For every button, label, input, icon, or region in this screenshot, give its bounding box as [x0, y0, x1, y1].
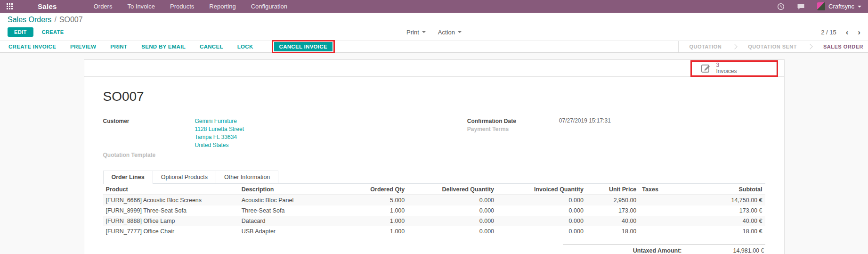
- menu-reporting[interactable]: Reporting: [209, 3, 235, 10]
- menu-orders[interactable]: Orders: [94, 3, 113, 10]
- cell-product: [FURN_6666] Acoustic Bloc Screens: [103, 195, 239, 206]
- menu-configuration[interactable]: Configuration: [251, 3, 287, 10]
- form-sheet: 3 Invoices SO007 Customer Gemini Furnitu…: [84, 59, 785, 254]
- apps-grid-icon[interactable]: [7, 3, 13, 10]
- send-by-email-button[interactable]: SEND BY EMAIL: [141, 44, 186, 49]
- pencil-square-icon: [701, 63, 711, 73]
- pager-previous-icon[interactable]: ‹: [846, 28, 849, 36]
- table-row[interactable]: [FURN_8888] Office Lamp Datacard 1.000 0…: [103, 216, 765, 226]
- breadcrumb: Sales Orders/SO007: [0, 13, 868, 25]
- action-dropdown-label: Action: [438, 29, 455, 36]
- print-dropdown-label: Print: [406, 29, 419, 36]
- edit-button[interactable]: EDIT: [8, 27, 33, 37]
- avatar: [817, 2, 825, 10]
- state-quotation-sent[interactable]: QUOTATION SENT: [748, 44, 797, 49]
- invoices-count: 3: [716, 62, 737, 68]
- form-view: 3 Invoices SO007 Customer Gemini Furnitu…: [0, 53, 868, 254]
- cell-taxes: [639, 226, 682, 237]
- tab-order-lines[interactable]: Order Lines: [103, 171, 153, 183]
- cell-product: [FURN_8999] Three-Seat Sofa: [103, 205, 239, 216]
- cell-delivered: 0.000: [407, 216, 497, 226]
- table-row[interactable]: [FURN_6666] Acoustic Bloc Screens Acoust…: [103, 195, 765, 206]
- state-quotation[interactable]: QUOTATION: [689, 44, 722, 49]
- cell-invoiced: 0.000: [497, 195, 586, 206]
- menu-to-invoice[interactable]: To Invoice: [127, 3, 155, 10]
- customer-country-link[interactable]: United States: [195, 141, 244, 149]
- cell-ordered: 1.000: [345, 216, 408, 226]
- menu-products[interactable]: Products: [170, 3, 194, 10]
- tab-optional-products[interactable]: Optional Products: [153, 171, 216, 183]
- invoices-label: Invoices: [716, 68, 737, 74]
- messages-chat-icon[interactable]: [797, 3, 805, 10]
- activities-clock-icon[interactable]: [777, 3, 785, 10]
- chevron-down-icon: [422, 31, 426, 33]
- customer-name-link[interactable]: Gemini Furniture: [195, 117, 244, 125]
- user-name: Craftsync: [828, 3, 854, 10]
- button-box: 3 Invoices: [84, 60, 784, 77]
- breadcrumb-separator: /: [54, 16, 56, 24]
- state-sales-order: SALES ORDER: [823, 44, 863, 49]
- breadcrumb-current: SO007: [59, 16, 83, 24]
- print-dropdown[interactable]: Print: [406, 29, 426, 36]
- col-ordered-qty: Ordered Qty: [345, 184, 408, 195]
- customer-value: Gemini Furniture 1128 Lunetta Street Tam…: [195, 117, 244, 149]
- cell-subtotal: 173.00 €: [682, 205, 765, 216]
- cell-description: Acoustic Bloc Panel: [239, 195, 345, 206]
- table-row[interactable]: [FURN_7777] Office Chair USB Adapter 1.0…: [103, 226, 765, 237]
- table-header-row: Product Description Ordered Qty Delivere…: [103, 184, 765, 195]
- cancel-invoice-button[interactable]: CANCEL INVOICE: [274, 42, 333, 51]
- quotation-template-label: Quotation Template: [103, 151, 195, 158]
- cell-ordered: 5.000: [345, 195, 408, 206]
- customer-label: Customer: [103, 117, 195, 149]
- notebook-tabs: Order Lines Optional Products Other Info…: [103, 171, 765, 184]
- cell-ordered: 1.000: [345, 226, 408, 237]
- customer-street-link[interactable]: 1128 Lunetta Street: [195, 125, 244, 133]
- cell-subtotal: 40.00 €: [682, 216, 765, 226]
- col-delivered-quantity: Delivered Quantity: [407, 184, 497, 195]
- cell-ordered: 1.000: [345, 205, 408, 216]
- print-button[interactable]: PRINT: [110, 44, 127, 49]
- pager-value[interactable]: 2 / 15: [821, 29, 836, 36]
- cell-taxes: [639, 205, 682, 216]
- cell-unit-price: 173.00: [586, 205, 639, 216]
- totals-panel: Untaxed Amount: 14,981.00 € Taxes: 0.00 …: [563, 244, 765, 254]
- nav-menus: Orders To Invoice Products Reporting Con…: [94, 3, 287, 10]
- action-dropdown[interactable]: Action: [438, 29, 462, 36]
- create-invoice-button[interactable]: CREATE INVOICE: [8, 44, 56, 49]
- col-subtotal: Subtotal: [682, 184, 765, 195]
- table-row[interactable]: [FURN_8999] Three-Seat Sofa Three-Seat S…: [103, 205, 765, 216]
- user-menu[interactable]: Craftsync: [817, 2, 861, 10]
- untaxed-amount-value: 14,981.00 €: [682, 247, 764, 254]
- invoices-smart-button[interactable]: 3 Invoices: [694, 60, 777, 76]
- customer-city-link[interactable]: Tampa FL 33634: [195, 133, 244, 141]
- tab-other-information[interactable]: Other Information: [216, 171, 278, 183]
- preview-button[interactable]: PREVIEW: [70, 44, 96, 49]
- cell-invoiced: 0.000: [497, 216, 586, 226]
- chevron-down-icon: [858, 6, 861, 8]
- create-button[interactable]: CREATE: [42, 29, 64, 35]
- cell-taxes: [639, 216, 682, 226]
- pager-next-icon[interactable]: ›: [858, 28, 860, 36]
- cell-delivered: 0.000: [407, 195, 497, 206]
- cell-taxes: [639, 195, 682, 206]
- cell-product: [FURN_7777] Office Chair: [103, 226, 239, 237]
- payment-terms-label: Payment Terms: [467, 125, 559, 132]
- untaxed-amount-label: Untaxed Amount:: [633, 247, 682, 254]
- lock-button[interactable]: LOCK: [237, 44, 253, 49]
- chevron-right-icon: [732, 44, 738, 49]
- control-panel: EDIT CREATE Print Action 2 / 15 ‹ ›: [0, 25, 868, 41]
- cell-delivered: 0.000: [407, 226, 497, 237]
- breadcrumb-sales-orders[interactable]: Sales Orders: [8, 16, 51, 24]
- statusbar: CREATE INVOICE PREVIEW PRINT SEND BY EMA…: [0, 41, 868, 53]
- top-navbar: Sales Orders To Invoice Products Reporti…: [0, 0, 868, 13]
- divider: [678, 41, 679, 52]
- cell-invoiced: 0.000: [497, 205, 586, 216]
- cell-unit-price: 2,950.00: [586, 195, 639, 206]
- col-description: Description: [239, 184, 345, 195]
- cell-description: Datacard: [239, 216, 345, 226]
- cell-description: Three-Seat Sofa: [239, 205, 345, 216]
- cancel-button[interactable]: CANCEL: [200, 44, 223, 49]
- col-product: Product: [103, 184, 239, 195]
- order-title: SO007: [103, 89, 765, 104]
- order-lines-table: Product Description Ordered Qty Delivere…: [103, 184, 765, 237]
